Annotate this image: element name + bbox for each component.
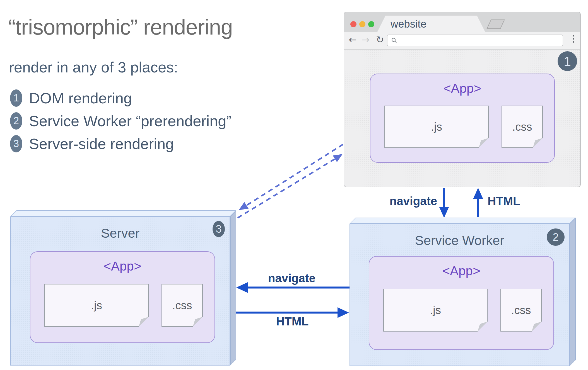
minimize-window-icon[interactable] [359, 21, 365, 27]
server-box-side-face [230, 210, 236, 366]
list-item: 2 Service Worker “prerendering” [10, 112, 231, 130]
service-worker-number-badge: 2 [547, 228, 565, 246]
page-subtitle: render in any of 3 places: [9, 59, 178, 76]
browser-titlebar: website [344, 12, 580, 32]
search-icon [391, 37, 397, 44]
server-title: Server [11, 225, 230, 241]
maximize-window-icon[interactable] [368, 21, 374, 27]
js-file-icon: .js [384, 106, 489, 148]
html-up-arrowhead [473, 188, 483, 199]
service-worker-app-box: <App> .js .css [369, 256, 554, 350]
js-file-icon: .js [44, 284, 149, 327]
number-badge: 1 [10, 89, 22, 107]
dashed-arrow-to-server [247, 144, 343, 205]
dashed-arrowhead-to-server [239, 202, 249, 210]
forward-icon[interactable]: → [362, 34, 370, 45]
navigate-down-label: navigate [365, 194, 437, 208]
list-item-label: Server-side rendering [29, 135, 174, 152]
server-app-title: <App> [30, 259, 215, 274]
dashed-arrow-to-browser [238, 159, 336, 218]
service-worker-box-side-face [570, 218, 576, 366]
number-badge: 3 [10, 135, 22, 152]
navigate-down-arrowhead [439, 207, 449, 218]
html-right-arrowhead [338, 307, 349, 318]
dashed-arrowhead-to-browser [333, 154, 343, 162]
js-file-label: .js [430, 304, 441, 317]
css-file-icon: .css [162, 284, 203, 327]
service-worker-box: Service Worker 2 <App> .js .css [350, 224, 570, 366]
server-box: Server 3 <App> .js .css [10, 216, 230, 366]
render-places-list: 1 DOM rendering 2 Service Worker “preren… [10, 89, 231, 158]
html-right-label: HTML [256, 315, 329, 328]
navigate-left-arrowhead [236, 282, 248, 293]
service-worker-box-top-face [350, 218, 576, 224]
reload-icon[interactable]: ↻ [376, 34, 384, 45]
js-file-label: .js [431, 121, 442, 133]
list-item-label: Service Worker “prerendering” [29, 112, 231, 130]
css-file-label: .css [172, 299, 192, 312]
tab-title: website [391, 18, 426, 30]
css-file-label: .css [512, 121, 532, 133]
css-file-label: .css [511, 304, 531, 317]
menu-dots-icon[interactable] [573, 35, 574, 43]
diagram-canvas: “trisomorphic” rendering render in any o… [0, 0, 588, 370]
js-file-icon: .js [383, 289, 488, 332]
browser-number-badge: 1 [558, 51, 577, 71]
number-badge: 2 [10, 112, 22, 130]
js-file-label: .js [91, 299, 102, 312]
list-item-label: DOM rendering [29, 89, 132, 107]
browser-tab[interactable]: website [377, 16, 485, 32]
back-icon[interactable]: ← [349, 34, 357, 45]
new-tab-button[interactable] [486, 20, 505, 29]
server-box-top-face [10, 210, 236, 216]
browser-app-title: <App> [370, 81, 554, 96]
css-file-icon: .css [500, 289, 542, 332]
server-number-badge: 3 [213, 221, 225, 237]
browser-app-box: <App> .js .css [370, 74, 555, 163]
service-worker-app-title: <App> [369, 263, 553, 278]
css-file-icon: .css [502, 106, 543, 148]
address-bar[interactable] [387, 35, 563, 46]
navigate-left-label: navigate [256, 272, 328, 285]
list-item: 1 DOM rendering [10, 89, 231, 107]
service-worker-title: Service Worker [350, 233, 569, 248]
close-window-icon[interactable] [350, 21, 356, 27]
browser-toolbar: ← → ↻ [344, 32, 580, 50]
browser-window: website ← → ↻ 1 <App> .js [344, 12, 581, 187]
html-up-label: HTML [488, 194, 520, 208]
server-app-box: <App> .js .css [30, 251, 215, 343]
page-title: “trisomorphic” rendering [8, 14, 233, 40]
browser-viewport: 1 <App> .js .css [344, 49, 580, 187]
list-item: 3 Server-side rendering [10, 135, 231, 153]
